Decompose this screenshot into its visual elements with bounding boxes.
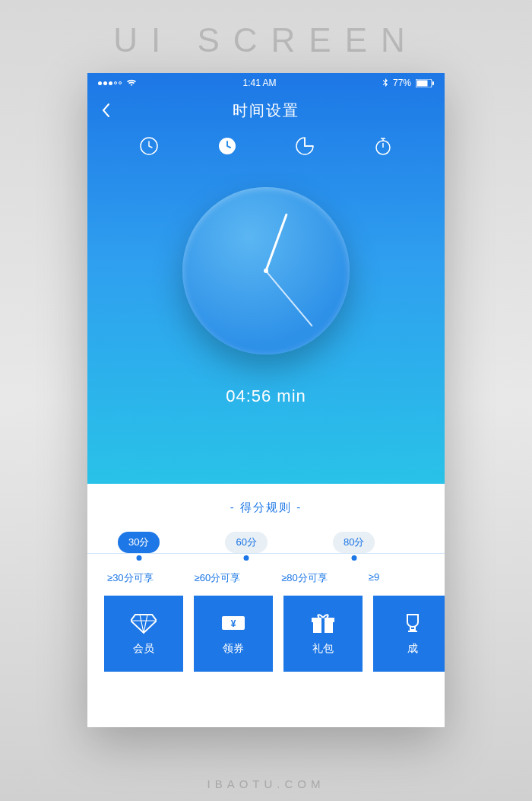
score-pill-80[interactable]: 80分 [333,532,375,553]
status-left [98,79,137,87]
nav-bar: 时间设置 [87,93,445,128]
clock-outline-icon [139,136,159,156]
threshold-80: ≥80分可享 [281,571,328,585]
phone-frame: 1:41 AM 77% 时间设置 [87,73,445,727]
status-time: 1:41 AM [242,78,276,88]
second-hand [265,271,312,327]
status-right: 77% [382,78,434,88]
bluetooth-icon [382,78,388,87]
battery-percent: 77% [393,78,411,88]
reward-label: 会员 [133,642,154,656]
rules-section: 得分规则 30分 60分 80分 ≥30分可享 ≥60分可享 ≥80分可享 ≥9… [87,484,445,687]
stopwatch-icon [373,136,393,156]
wifi-icon [126,79,137,87]
reward-card-gift[interactable]: 礼包 [283,596,363,672]
svg-rect-2 [432,81,434,85]
page-title: 时间设置 [233,100,299,121]
main-gradient-panel: 1:41 AM 77% 时间设置 [87,73,445,484]
rules-title: 得分规则 [87,501,445,515]
reward-card-member[interactable]: 会员 [104,596,183,672]
signal-dots-icon [98,81,122,85]
reward-label: 成 [407,642,418,656]
reward-cards[interactable]: 会员 ¥ 领券 礼包 成 [87,585,445,687]
gift-icon [310,612,336,634]
trophy-icon [400,612,426,634]
threshold-30: ≥30分可享 [107,571,154,585]
analog-clock[interactable] [182,187,350,354]
svg-text:¥: ¥ [231,618,236,629]
hero-title: UI SCREEN [113,21,419,59]
tab-stopwatch[interactable] [371,134,395,158]
score-track: 30分 60分 80分 [87,532,445,559]
time-readout: 04:56 min [87,386,445,406]
footer-brand: IBAOTU.COM [0,777,532,790]
score-pill-30[interactable]: 30分 [118,532,160,553]
svg-rect-1 [417,80,428,86]
battery-icon [416,79,434,87]
clock-filled-icon [217,136,237,156]
coupon-icon: ¥ [220,612,246,634]
svg-rect-10 [321,618,325,633]
threshold-90: ≥9 [369,571,379,585]
back-button[interactable] [101,103,110,118]
minute-hand [265,213,288,271]
reward-label: 领券 [223,642,244,656]
status-bar: 1:41 AM 77% [87,73,445,93]
threshold-60: ≥60分可享 [195,571,241,585]
reward-card-coupon[interactable]: ¥ 领券 [194,596,273,672]
reward-label: 礼包 [312,642,334,656]
clock-container [87,187,445,354]
mode-tabs [87,128,445,158]
tab-clock-outline[interactable] [137,134,161,158]
clock-center-dot [264,269,268,273]
tab-clock-filled[interactable] [215,134,239,158]
score-pills: 30分 60分 80分 [87,532,445,553]
diamond-icon [131,612,157,634]
score-pill-60[interactable]: 60分 [225,532,267,553]
tab-pie[interactable] [293,134,317,158]
thresholds-row: ≥30分可享 ≥60分可享 ≥80分可享 ≥9 [87,571,445,585]
pie-icon [295,136,315,156]
reward-card-achievement[interactable]: 成 [373,596,445,672]
track-line [87,553,445,554]
